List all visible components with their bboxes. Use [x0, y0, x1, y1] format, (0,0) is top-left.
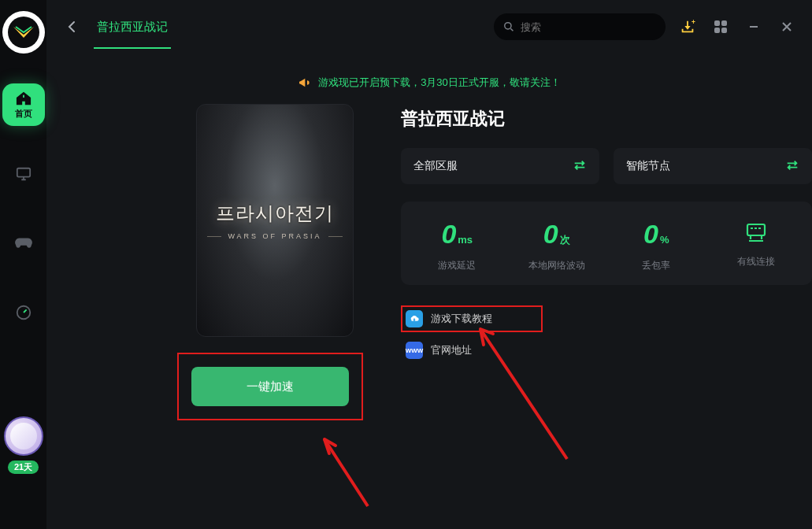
node-selector[interactable]: 智能节点: [614, 148, 812, 184]
download-button[interactable]: +: [677, 16, 699, 38]
game-title: 普拉西亚战记: [401, 107, 812, 131]
stat-jitter: 0 次 本地网络波动: [507, 219, 607, 272]
node-selector-label: 智能节点: [626, 159, 670, 173]
latency-label: 游戏延迟: [438, 259, 476, 272]
home-icon: [15, 91, 32, 106]
stat-connection: 有线连接: [706, 219, 806, 272]
close-icon: [781, 21, 792, 32]
search-box[interactable]: [494, 13, 666, 40]
region-selector[interactable]: 全部区服: [401, 148, 599, 184]
swap-icon: [573, 159, 587, 174]
chevron-left-icon: [68, 20, 76, 33]
gamepad-icon: [14, 236, 33, 250]
official-site-link[interactable]: WWW 官网地址: [401, 338, 812, 362]
latency-value: 0: [441, 219, 456, 250]
svg-rect-5: [714, 20, 720, 26]
nav-speed[interactable]: [2, 291, 45, 334]
gauge-icon: [15, 304, 32, 321]
ethernet-icon: [743, 222, 769, 247]
minimize-icon: [748, 21, 759, 32]
cover-title: 프라시아전기: [216, 201, 334, 226]
svg-rect-9: [747, 224, 765, 235]
topbar: 普拉西亚战记 +: [46, 0, 812, 54]
monitor-icon: [15, 166, 32, 182]
grid-icon: [714, 20, 728, 34]
minimize-button[interactable]: [743, 16, 765, 38]
user-section: 21天: [4, 416, 43, 474]
main-area: 普拉西亚战记 +: [46, 0, 812, 529]
boost-button[interactable]: 一键加速: [191, 367, 349, 406]
swap-icon: [785, 159, 799, 174]
logo-glyph-icon: [12, 25, 35, 39]
app-logo: [2, 11, 45, 54]
nav-home-label: 首页: [15, 108, 32, 120]
nav-home[interactable]: 首页: [2, 83, 45, 126]
svg-text:+: +: [691, 19, 695, 26]
jitter-value: 0: [543, 219, 558, 250]
search-input[interactable]: [521, 21, 656, 33]
announcement-banner: 游戏现已开启预下载，3月30日正式开服，敬请关注！: [46, 76, 812, 90]
back-button[interactable]: [61, 16, 83, 38]
days-remaining-badge: 21天: [8, 461, 39, 474]
loss-unit: %: [660, 234, 669, 246]
jitter-unit: 次: [560, 233, 570, 247]
svg-rect-7: [714, 28, 720, 33]
grid-button[interactable]: [710, 16, 732, 38]
tutorial-highlight-box: 游戏下载教程: [401, 305, 543, 332]
nav-games[interactable]: [2, 222, 45, 264]
announcement-text: 游戏现已开启预下载，3月30日正式开服，敬请关注！: [318, 76, 561, 90]
svg-rect-0: [23, 94, 24, 98]
nav-monitor[interactable]: [2, 153, 45, 195]
svg-rect-8: [721, 28, 727, 33]
sidebar: 首页 21天: [0, 0, 46, 529]
official-site-label: 官网地址: [431, 343, 472, 357]
loss-label: 丢包率: [642, 259, 670, 272]
search-icon: [503, 20, 514, 33]
download-tutorial-label: 游戏下载教程: [431, 312, 492, 326]
www-icon: WWW: [406, 342, 423, 359]
loss-value: 0: [643, 219, 658, 250]
region-selector-label: 全部区服: [413, 159, 458, 173]
svg-point-3: [505, 23, 511, 29]
game-cover: 프라시아전기 WARS OF PRASIA: [196, 104, 354, 337]
cover-subtitle: WARS OF PRASIA: [228, 232, 321, 240]
jitter-label: 本地网络波动: [528, 259, 585, 272]
active-game-tab[interactable]: 普拉西亚战记: [94, 6, 171, 49]
stat-latency: 0 ms 游戏延迟: [407, 219, 507, 272]
download-icon: +: [679, 18, 696, 35]
boost-highlight-box: 一键加速: [177, 353, 363, 420]
close-button[interactable]: [776, 16, 798, 38]
download-tutorial-link[interactable]: 游戏下载教程: [406, 307, 492, 331]
user-avatar[interactable]: [4, 416, 43, 456]
svg-rect-6: [721, 20, 727, 26]
stats-panel: 0 ms 游戏延迟 0 次 本地网络波动 0: [401, 202, 812, 285]
latency-unit: ms: [458, 234, 473, 246]
megaphone-icon: [298, 76, 310, 89]
svg-rect-1: [17, 168, 29, 177]
stat-packet-loss: 0 % 丢包率: [606, 219, 706, 272]
connection-label: 有线连接: [737, 255, 775, 268]
cloud-download-icon: [406, 310, 423, 327]
